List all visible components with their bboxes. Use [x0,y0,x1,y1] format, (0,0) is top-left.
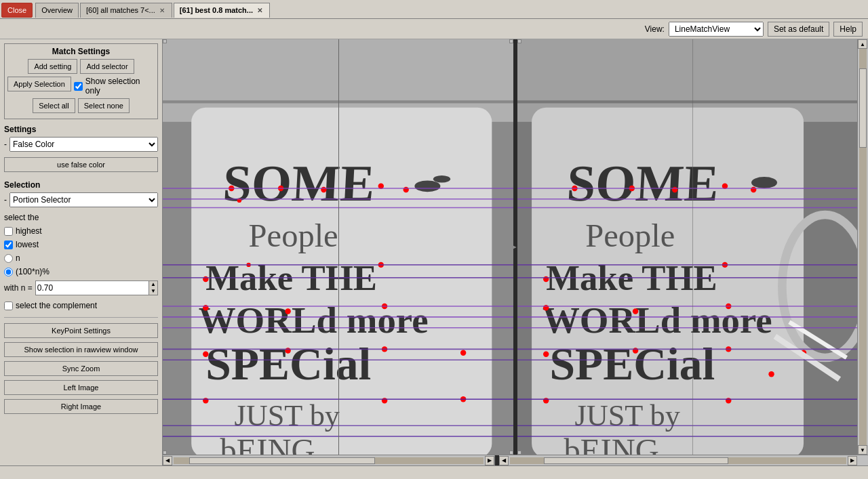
view-select[interactable]: LineMatchView MatchView OverviewView [669,22,764,37]
v-scroll-track[interactable] [859,49,867,445]
right-image-panel: SOME People Make THE WORLd more SPECial … [517,39,868,455]
apply-selection-button[interactable]: Apply Selection [7,77,71,91]
svg-text:WORLd more: WORLd more [199,299,429,341]
left-h-scroll-right[interactable]: ▶ [485,456,494,465]
svg-point-71 [722,262,728,268]
apply-selection-row: Apply Selection Show selection only [7,77,155,96]
settings-dash: - [4,140,7,149]
svg-point-74 [726,304,731,309]
right-h-scroll-right[interactable]: ▶ [848,456,857,465]
v-scroll-up[interactable]: ▲ [858,39,867,49]
n-radio-label: n [16,253,20,263]
view-label: View: [645,24,665,34]
match-settings-btn-row: Add setting Add selector [7,59,155,74]
main-content: Match Settings Add setting Add selector … [0,39,868,465]
left-h-scroll-track[interactable] [174,457,484,464]
lowest-row: lowest [4,240,158,249]
tab-best-match[interactable]: [61] best 0.8 match... ✕ [174,3,270,18]
show-selection-only-row: Show selection only [74,77,155,96]
svg-point-26 [203,352,208,357]
svg-point-79 [543,398,549,403]
svg-point-65 [572,186,577,191]
percent-radio-label: (100*n)% [16,267,50,276]
use-false-color-button[interactable]: use false color [4,157,158,172]
svg-text:SOME: SOME [222,154,376,211]
svg-point-14 [229,186,234,191]
add-selector-button[interactable]: Add selector [80,59,134,74]
v-scroll-thumb[interactable] [859,68,867,148]
set-default-button[interactable]: Set as default [768,22,829,37]
settings-section-title: Settings [4,125,158,134]
svg-text:SPECial: SPECial [549,339,715,390]
show-selection-only-checkbox[interactable] [74,82,83,91]
complement-checkbox[interactable] [4,301,13,310]
corner-bl-right [517,451,521,455]
svg-text:SOME: SOME [566,154,720,211]
percent-radio-row: (100*n)% [4,267,158,276]
right-v-scrollbar[interactable]: ▲ ▼ [857,39,868,455]
left-panel: Match Settings Add setting Add selector … [0,39,163,465]
right-h-scroll-track[interactable] [510,457,846,464]
left-mug-image: SOME People Make THE WORLd more SPECial … [163,39,513,455]
right-h-scroll-thumb[interactable] [544,457,729,464]
svg-point-25 [382,304,387,309]
show-selection-rawview-button[interactable]: Show selection in rawview window [4,342,158,357]
selection-dash: - [4,195,7,205]
selection-row: - Portion Selector [4,192,158,207]
keypoint-settings-button[interactable]: KeyPoint Settings [4,323,158,338]
help-button[interactable]: Help [833,22,863,37]
tab-bar: Close Overview [60] all matches 7<... ✕ … [0,0,868,19]
percent-radio[interactable] [4,268,13,276]
lowest-checkbox[interactable] [4,241,13,249]
tab-all-matches[interactable]: [60] all matches 7<... ✕ [80,3,172,18]
right-image-button[interactable]: Right Image [4,399,158,414]
left-h-scroll-left[interactable]: ◀ [163,456,172,465]
svg-point-29 [460,350,466,355]
close-button[interactable]: Close [1,3,33,18]
right-mug-image: SOME People Make THE WORLd more SPECial … [517,39,868,455]
svg-point-20 [246,263,250,267]
n-spinner[interactable]: ▲ ▼ [149,281,157,295]
tab-overview[interactable]: Overview [35,3,79,18]
right-h-scroll-left[interactable]: ◀ [499,456,509,465]
select-all-button[interactable]: Select all [33,98,75,113]
panel-divider[interactable] [513,39,517,455]
left-image-button[interactable]: Left Image [4,380,158,395]
false-color-select[interactable]: False Color [9,137,158,152]
select-all-none-row: Select all Select none [7,98,155,113]
tab-best-match-close[interactable]: ✕ [256,7,264,14]
with-n-label: with n = [4,283,33,293]
svg-rect-53 [517,100,868,103]
sync-zoom-button[interactable]: Sync Zoom [4,361,158,376]
selection-section-title: Selection [4,180,158,190]
tab-all-matches-close[interactable]: ✕ [158,7,166,14]
svg-text:bEING: bEING [220,432,315,455]
left-h-scrollbar[interactable]: ◀ ▶ [163,455,495,465]
complement-label: select the complement [16,301,97,310]
svg-point-27 [285,348,290,353]
svg-point-68 [722,184,728,189]
svg-point-81 [768,371,774,377]
select-none-button[interactable]: Select none [78,98,130,113]
n-input-container: ▲ ▼ [35,280,158,295]
tab-overview-label: Overview [41,6,73,14]
right-h-scrollbar[interactable]: ◀ ▶ [499,455,868,465]
n-radio[interactable] [4,254,13,263]
svg-point-28 [382,346,387,352]
left-image-panel: SOME People Make THE WORLd more SPECial … [163,39,513,455]
complement-row: select the complement [4,301,158,310]
portion-selector-select[interactable]: Portion Selector [9,192,158,207]
svg-point-69 [751,187,756,192]
status-bar [0,465,868,479]
n-up-arrow[interactable]: ▲ [149,281,157,288]
v-scroll-down[interactable]: ▼ [858,445,867,455]
svg-point-75 [543,352,549,357]
left-h-scroll-thumb[interactable] [189,457,375,464]
n-value-input[interactable] [36,281,149,295]
highest-checkbox[interactable] [4,227,13,236]
svg-point-72 [543,305,549,310]
svg-text:People: People [585,218,675,254]
svg-text:Make THE: Make THE [205,258,377,297]
add-setting-button[interactable]: Add setting [28,59,77,74]
n-down-arrow[interactable]: ▼ [149,288,157,295]
